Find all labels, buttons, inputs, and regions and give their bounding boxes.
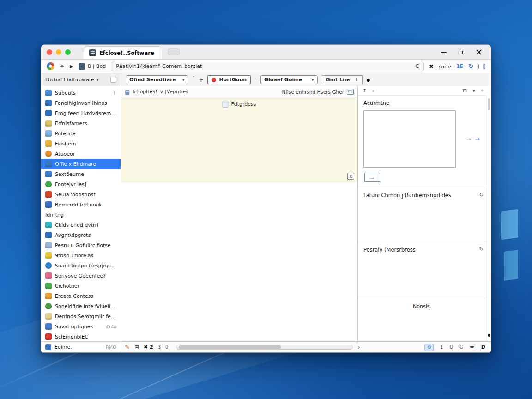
filter-status-label: Nfise enhrsnd Hsers Gher [282,89,344,95]
globe-button[interactable]: ⊕ [424,344,434,351]
mac-close-button[interactable] [47,49,52,55]
sidebar-item[interactable]: Avgnt\dpgrots [41,230,121,240]
go-button[interactable]: → [364,173,380,182]
sidebar-item[interactable]: Emg feerl Lkrdvdsremokelfe [41,108,121,118]
sidebar-item[interactable]: Cichotner [41,281,121,291]
section-title: Fatuni Chmoo j Rurdiemsnprlides [363,192,451,199]
status-glyph[interactable]: D [450,345,453,350]
sidebar-toggle-icon[interactable] [478,64,485,69]
menu-chevron-icon[interactable]: ▾ [472,88,475,93]
mac-minimize-button[interactable] [56,49,61,55]
sidebar-item[interactable]: Senyove Geeenfee? [41,271,121,281]
sidebar-item[interactable]: Bemerdd fed nook [41,200,121,210]
edit-icon[interactable]: ✎ [125,344,130,350]
arrow-right-blue-icon[interactable]: → [475,136,480,143]
horizontal-scrollbar[interactable] [176,345,353,350]
status-glyph[interactable]: G [459,345,463,350]
sidebar-item[interactable]: Cklds enod dvtrrl [41,220,121,230]
filter-box-icon[interactable] [347,89,354,95]
reload-button[interactable]: C [415,63,419,69]
compass-icon[interactable]: ✦ [60,63,65,69]
user-icon [45,151,52,157]
scrollbar-thumb[interactable] [488,98,490,110]
address-bar[interactable]: Reativin14deamñ Comerr: borciet C [111,62,424,71]
find-dropdown[interactable]: Ofind Semdtiare ▾ [126,75,188,84]
sidebar-item[interactable]: Soneldfide Inte fvluelione [41,301,121,311]
grid-icon[interactable]: ⊞ [463,88,467,93]
add-button[interactable]: + [199,77,203,83]
close-button[interactable] [476,49,482,55]
panes: ▤ Irtiopltes! v [Vepnlres Nfise enhrsnd … [121,86,491,341]
sidebar-item[interactable]: Sovat óptignes#r4a [41,321,121,332]
pen-icon[interactable]: ✒ [470,344,475,350]
scroll-right-button[interactable]: › [357,345,360,350]
preview-box [363,110,456,168]
window-tab[interactable]: Efclose!..Software [84,46,162,59]
sidebar-item-label: Seula 'oobstibst [55,192,96,198]
notice-canvas: Fdtgrdess x [121,97,357,182]
sidebar-item[interactable]: Fiashem [41,139,121,149]
sidebar-item[interactable]: Pesru u Gofulirc fiotse [41,240,121,250]
sidebar-item[interactable]: Soard foulpo fresjrjnpo éxpbe [41,260,121,271]
content-pane: ▤ Irtiopltes! v [Vepnlres Nfise enhrsnd … [121,86,358,341]
preview-row: → → [363,110,486,168]
maximize-button[interactable] [459,49,464,55]
search-field[interactable]: HortGuon [207,75,251,84]
refresh-icon[interactable]: ↻ [479,192,484,198]
expand-icon[interactable]: › [372,88,374,93]
reader-badge[interactable]: 1E [456,63,463,69]
sidebar-item[interactable]: Fontejvr-les] [41,179,121,189]
sidebar-item[interactable]: Fonolhiginvan Ihinos [41,98,121,108]
content-tab[interactable]: ▤ Irtiopltes! v [Vepnlres [125,89,188,95]
status-glyph[interactable]: 1 [440,345,443,350]
mac-zoom-button[interactable] [65,49,71,55]
sidebar-item[interactable]: Erfnisfamers. [41,118,121,128]
background-tab[interactable] [168,48,180,55]
minimize-button[interactable] [441,49,447,55]
sidebar-item-label: Pesru u Gofulirc fiotse [55,242,111,248]
sidebar-item[interactable]: Atuoeor [41,149,121,159]
scope-dropdown[interactable]: Gloaef Goirre ▾ [260,75,318,84]
sidebar-item[interactable]: Sextöeurne [41,169,121,179]
pin-icon[interactable]: ⌖ [481,88,484,93]
app-logo-icon[interactable] [47,62,54,70]
sidebar-item[interactable]: Denfnds Serotqmiir feretlsend [41,311,121,321]
clear-icon[interactable]: ✖ [429,64,434,69]
sync-icon[interactable]: ↻ [468,63,473,69]
line-field[interactable]: Gmt Lne L [322,75,363,84]
sidebar-item[interactable]: Ereata Contess [41,291,121,301]
sidebar-item[interactable]: 9tbsrl Éribrelas [41,250,121,260]
content-tab-label: Irtiopltes! [133,89,157,95]
collapse-icon[interactable]: ↥ [363,88,367,93]
panel-scrollbar[interactable] [486,96,491,341]
sidebar-item-label: Sextöeurne [55,171,84,177]
dismiss-button[interactable]: x [347,173,354,180]
sidebar-item[interactable]: Offie x Ehdmare [41,159,121,169]
library-checkbox[interactable] [110,77,116,83]
error-icon [45,333,52,340]
sorte-button[interactable]: sorte [439,64,451,69]
create-icon [45,293,52,299]
panel-content: Acurmtne → → → [358,96,486,341]
sidebar: Sübouts↑Fonolhiginvan IhinosEmg feerl Lk… [41,86,121,352]
sidebar-item-badge: ↑ [113,91,116,96]
sidebar-item[interactable]: SclEmonblEC [41,332,121,341]
library-label: Fbchal Ehdtiroware [45,77,94,83]
arrow-right-icon[interactable]: → [466,136,471,143]
search-value: HortGuon [219,77,247,83]
filter-controls: Ofind Semdtiare ▾ ” + HortGuon · Gloaef … [121,73,491,86]
refresh-icon[interactable]: ↻ [479,247,484,252]
scrollbar-thumb[interactable] [179,345,280,349]
layers-icon[interactable]: ⊞ [134,345,139,350]
sidebar-item[interactable]: Potelirle [41,128,121,139]
find-label: Ofind Semdtiare [129,77,176,83]
library-selector[interactable]: Fbchal Ehdtiroware ▾ [41,73,121,86]
note-icon [45,130,52,137]
sidebar-item[interactable]: Sübouts↑ [41,88,121,98]
cursor-icon[interactable]: ▶ [70,64,73,69]
bookmark-icon[interactable] [79,63,85,70]
sidebar-item-label: Denfnds Serotqmiir feretlsend [55,314,116,320]
sidebar-item[interactable]: Seula 'oobstibst [41,189,121,200]
alert-icon [45,191,52,198]
sidebar-footer[interactable]: Eoime. RJ4O [41,341,121,352]
